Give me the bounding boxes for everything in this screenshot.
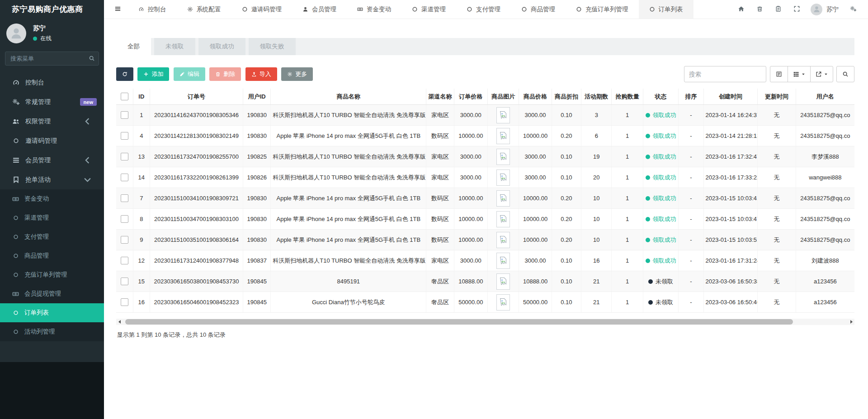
cell-activity-periods: 21	[581, 292, 612, 313]
table-search-input[interactable]	[684, 66, 766, 82]
column-header-排序[interactable]: 排序	[679, 89, 703, 105]
topnav-item-充值订单列管理[interactable]: 充值订单列管理	[566, 0, 639, 19]
search-button[interactable]	[836, 66, 854, 82]
delete-button[interactable]: 删除	[209, 67, 241, 81]
sidebar-item-活动列管理[interactable]: 活动列管理	[0, 322, 104, 341]
topnav-item-支付管理[interactable]: 支付管理	[456, 0, 511, 19]
detail-view-button[interactable]	[770, 66, 788, 82]
column-header-订单价格[interactable]: 订单价格	[454, 89, 487, 105]
import-button[interactable]: 导入	[245, 67, 277, 81]
scroll-right-arrow[interactable]	[848, 319, 854, 325]
product-image-placeholder[interactable]	[496, 149, 510, 165]
sidebar-item-充值订单列管理[interactable]: 充值订单列管理	[0, 265, 104, 284]
row-checkbox[interactable]	[121, 153, 128, 160]
tab-未领取[interactable]: 未领取	[154, 38, 195, 55]
cell-sort: -	[679, 146, 703, 167]
add-button[interactable]: 添加	[137, 67, 169, 81]
more-button[interactable]: 更多	[281, 67, 313, 81]
topnav-item-会员管理[interactable]: 会员管理	[292, 0, 347, 19]
topnav-item-控制台[interactable]: 控制台	[128, 0, 177, 19]
column-header-订单号[interactable]: 订单号	[150, 89, 243, 105]
edit-button[interactable]: 编辑	[174, 67, 205, 81]
sidebar-item-资金变动[interactable]: 资金变动	[0, 189, 104, 208]
row-checkbox[interactable]	[121, 174, 128, 181]
sidebar-item-商品管理[interactable]: 商品管理	[0, 246, 104, 265]
refresh-button[interactable]	[116, 67, 133, 81]
cell-sort: -	[679, 271, 703, 292]
topnav-item-邀请码管理[interactable]: 邀请码管理	[231, 0, 292, 19]
scrollbar-track[interactable]	[123, 319, 848, 325]
column-header-ID[interactable]: ID	[133, 89, 150, 105]
row-checkbox[interactable]	[121, 298, 128, 306]
product-image-placeholder[interactable]	[496, 107, 510, 123]
row-checkbox[interactable]	[121, 278, 128, 285]
trash-button[interactable]	[750, 0, 769, 19]
sidebar-item-抢单活动[interactable]: 抢单活动	[0, 170, 104, 189]
column-header-渠道名称[interactable]: 渠道名称	[426, 89, 454, 105]
column-header-商品图片[interactable]: 商品图片	[487, 89, 519, 105]
product-image-placeholder[interactable]	[496, 211, 510, 227]
cell-sort: -	[679, 126, 703, 146]
row-checkbox[interactable]	[121, 132, 128, 140]
sidebar-item-控制台[interactable]: 控制台	[0, 73, 104, 92]
column-header-用户ID[interactable]: 用户ID	[243, 89, 271, 105]
sidebar-item-权限管理[interactable]: 权限管理	[0, 112, 104, 131]
records-summary: 显示第 1 到第 10 条记录，总共 10 条记录	[117, 331, 854, 353]
clipboard-button[interactable]	[769, 0, 788, 19]
sidebar-item-会员提现管理[interactable]: 会员提现管理	[0, 284, 104, 303]
column-header-用户名[interactable]: 用户名	[796, 89, 854, 105]
sidebar-item-渠道管理[interactable]: 渠道管理	[0, 208, 104, 227]
horizontal-scrollbar[interactable]	[116, 319, 854, 325]
topnav-item-渠道管理[interactable]: 渠道管理	[401, 0, 456, 19]
column-header-商品折扣[interactable]: 商品折扣	[552, 89, 581, 105]
cell-id: 8	[133, 209, 150, 230]
sidebar-search-input[interactable]	[5, 52, 99, 66]
column-header-抢购数量[interactable]: 抢购数量	[612, 89, 643, 105]
topbar-avatar[interactable]	[811, 4, 822, 15]
gears-button[interactable]	[844, 0, 863, 19]
product-image-placeholder[interactable]	[496, 169, 510, 186]
column-header-创建时间[interactable]: 创建时间	[703, 89, 758, 105]
search-icon[interactable]	[89, 55, 95, 61]
column-header-商品名称[interactable]: 商品名称	[271, 89, 426, 105]
topbar-user-name[interactable]: 苏宁	[826, 5, 839, 14]
tab-领取失败[interactable]: 领取失败	[249, 38, 296, 55]
row-checkbox[interactable]	[121, 236, 128, 244]
product-image-placeholder[interactable]	[496, 294, 510, 311]
columns-button[interactable]	[788, 66, 811, 82]
product-image-placeholder[interactable]	[496, 232, 510, 248]
expand-button[interactable]	[788, 0, 806, 19]
home-button[interactable]	[732, 0, 750, 19]
topnav-item-系统配置[interactable]: 系统配置	[177, 0, 231, 19]
sidebar-item-会员管理[interactable]: 会员管理	[0, 151, 104, 170]
sidebar-item-常规管理[interactable]: 常规管理new	[0, 92, 104, 112]
product-image-placeholder[interactable]	[496, 190, 510, 207]
tab-全部[interactable]: 全部	[116, 38, 151, 55]
row-checkbox[interactable]	[121, 194, 128, 202]
topnav-item-商品管理[interactable]: 商品管理	[511, 0, 566, 19]
orders-table: ID订单号用户ID商品名称渠道名称订单价格商品图片商品价格商品折扣活动期数抢购数…	[116, 89, 854, 313]
column-header-状态[interactable]: 状态	[643, 89, 678, 105]
product-image-placeholder[interactable]	[496, 273, 510, 290]
status-label: 领取成功	[653, 153, 676, 161]
product-image-placeholder[interactable]	[496, 253, 510, 269]
sidebar-toggle-button[interactable]	[108, 0, 128, 19]
sidebar-item-支付管理[interactable]: 支付管理	[0, 227, 104, 246]
column-header-活动期数[interactable]: 活动期数	[581, 89, 612, 105]
export-button[interactable]	[810, 66, 833, 82]
select-all-checkbox[interactable]	[121, 93, 128, 100]
topnav-item-资金变动[interactable]: 资金变动	[347, 0, 401, 19]
scroll-left-arrow[interactable]	[116, 319, 123, 325]
tab-领取成功[interactable]: 领取成功	[198, 38, 245, 55]
row-checkbox[interactable]	[121, 215, 128, 223]
status-badge: 领取成功	[646, 236, 676, 244]
sidebar-item-邀请码管理[interactable]: 邀请码管理	[0, 131, 104, 151]
topnav-item-订单列表[interactable]: 订单列表	[639, 0, 693, 19]
product-image-placeholder[interactable]	[496, 128, 510, 144]
column-header-更新时间[interactable]: 更新时间	[758, 89, 796, 105]
scrollbar-thumb[interactable]	[125, 319, 793, 325]
row-checkbox[interactable]	[121, 257, 128, 264]
sidebar-item-订单列表[interactable]: 订单列表	[0, 303, 104, 322]
row-checkbox[interactable]	[121, 111, 128, 119]
column-header-商品价格[interactable]: 商品价格	[519, 89, 552, 105]
